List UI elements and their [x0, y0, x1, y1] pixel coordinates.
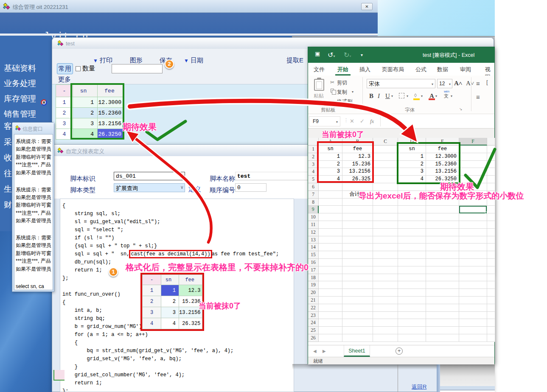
cell-E26[interactable]: [426, 334, 459, 342]
row-header[interactable]: 25: [308, 327, 319, 334]
cell-E21[interactable]: [426, 297, 459, 304]
cell-F2[interactable]: [459, 153, 487, 161]
cell-D16[interactable]: [398, 259, 426, 266]
grid-cell[interactable]: 1: [143, 285, 161, 296]
borders-dropdown[interactable]: ▾: [407, 94, 408, 98]
row-header[interactable]: 15: [308, 251, 319, 259]
cell-F14[interactable]: [459, 244, 487, 251]
cell-B19[interactable]: [342, 281, 373, 289]
selected-cell[interactable]: [459, 206, 487, 213]
row-header[interactable]: 26: [308, 334, 319, 342]
cell-B21[interactable]: [342, 297, 373, 304]
fx-icon[interactable]: fx: [370, 118, 374, 125]
cell-E23[interactable]: [426, 312, 459, 319]
cell-G24[interactable]: [487, 319, 495, 327]
ribbon-tab-3[interactable]: 插入: [359, 66, 370, 73]
cell-A17[interactable]: [319, 266, 342, 274]
cell-B22[interactable]: [342, 304, 373, 312]
sidebar-item-collapsed[interactable]: 生: [4, 184, 12, 195]
cell-F24[interactable]: [459, 319, 487, 327]
cell-B14[interactable]: [342, 244, 373, 251]
grid-cell[interactable]: 1: [161, 285, 179, 296]
cell-B12[interactable]: [342, 229, 373, 236]
row-header[interactable]: 20: [308, 289, 319, 297]
cell-E9[interactable]: [426, 206, 459, 213]
cell-A23[interactable]: [319, 312, 342, 319]
cell-D22[interactable]: [398, 304, 426, 312]
cell-D14[interactable]: [398, 244, 426, 251]
ribbon-tab-1[interactable]: 文件: [314, 66, 325, 73]
cell-C12[interactable]: [373, 229, 398, 236]
quantity-checkbox[interactable]: [76, 66, 81, 71]
underline-icon[interactable]: U: [385, 92, 390, 100]
cell-C25[interactable]: [373, 327, 398, 334]
cell-D23[interactable]: [398, 312, 426, 319]
cell-C18[interactable]: [373, 274, 398, 282]
cell-B25[interactable]: [342, 327, 373, 334]
cell-E15[interactable]: [426, 251, 459, 259]
cell-F23[interactable]: [459, 312, 487, 319]
cell-E19[interactable]: [426, 281, 459, 289]
cell-B10[interactable]: [342, 213, 373, 221]
cell-A12[interactable]: [319, 229, 342, 236]
underline-dropdown[interactable]: ▾: [391, 94, 393, 98]
ribbon-tab-4[interactable]: 页面布局: [382, 66, 404, 73]
cell-C14[interactable]: [373, 244, 398, 251]
sidebar-item-collapsed[interactable]: 收: [4, 152, 12, 163]
cell-D21[interactable]: [398, 297, 426, 304]
cell-E12[interactable]: [426, 229, 459, 236]
cell-D10[interactable]: [398, 213, 426, 221]
cell-D18[interactable]: [398, 274, 426, 282]
cell-C11[interactable]: [373, 221, 398, 229]
grid-cell[interactable]: 3: [161, 307, 179, 318]
paste-button[interactable]: 粘贴: [314, 92, 324, 100]
sidebar-item[interactable]: 库存管理: [4, 93, 36, 104]
cell-B16[interactable]: [342, 259, 373, 266]
add-sheet-icon[interactable]: +: [396, 347, 403, 355]
cell-F12[interactable]: [459, 229, 487, 236]
row-header[interactable]: 9: [308, 206, 319, 213]
close-icon[interactable]: ✕: [361, 3, 373, 10]
grid-cell[interactable]: 12.3: [179, 285, 202, 296]
cell-D19[interactable]: [398, 281, 426, 289]
cell-F20[interactable]: [459, 289, 487, 297]
grid-cell[interactable]: 26.325: [179, 318, 202, 329]
cell-B17[interactable]: [342, 266, 373, 274]
cell-A14[interactable]: [319, 244, 342, 251]
cell-G2[interactable]: [487, 153, 495, 161]
row-header[interactable]: 24: [308, 319, 319, 327]
cell-D24[interactable]: [398, 319, 426, 327]
cell-E18[interactable]: [426, 274, 459, 282]
cell-D15[interactable]: [398, 251, 426, 259]
define-link[interactable]: 定义: [188, 185, 201, 193]
cell-B20[interactable]: [342, 289, 373, 297]
name-box[interactable]: F9▾: [309, 116, 340, 126]
cell-A6[interactable]: [319, 183, 342, 191]
grid-cell[interactable]: 2: [161, 296, 179, 307]
cell-D13[interactable]: [398, 236, 426, 244]
cell-A16[interactable]: [319, 259, 342, 266]
cell-A20[interactable]: [319, 289, 342, 297]
cut-button[interactable]: 剪切: [337, 79, 347, 87]
cell-C22[interactable]: [373, 304, 398, 312]
cell-F4[interactable]: [459, 168, 487, 176]
cell-G12[interactable]: [487, 229, 495, 236]
cell-C24[interactable]: [373, 319, 398, 327]
cell-C16[interactable]: [373, 259, 398, 266]
cell-G13[interactable]: [487, 236, 495, 244]
sidebar-item-collapsed[interactable]: 客: [4, 121, 12, 132]
cell-G20[interactable]: [487, 289, 495, 297]
cell-D26[interactable]: [398, 334, 426, 342]
grid-cell[interactable]: 2: [143, 296, 161, 307]
fill-handle[interactable]: [485, 212, 487, 214]
copy-dropdown[interactable]: ▾: [352, 90, 353, 94]
cell-B18[interactable]: [342, 274, 373, 282]
font-color-dropdown[interactable]: ▾: [435, 94, 437, 98]
sheet-tab[interactable]: Sheet1: [344, 345, 370, 357]
cell-F15[interactable]: [459, 251, 487, 259]
cell-B11[interactable]: [342, 221, 373, 229]
paste-icon[interactable]: [314, 79, 324, 91]
column-header[interactable]: C: [373, 138, 398, 146]
sidebar-item[interactable]: 销售管理: [4, 109, 36, 120]
more-link[interactable]: 更多: [58, 76, 71, 84]
